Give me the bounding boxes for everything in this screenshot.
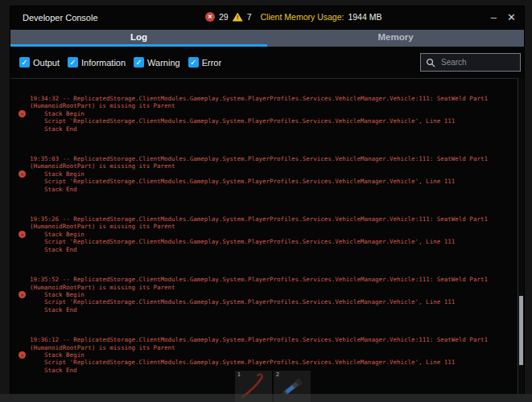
- error-icon: ✕: [19, 170, 26, 178]
- log-stack-script: Script 'ReplicatedStorage.ClientModules.…: [30, 298, 518, 306]
- log-message-line2: (HumanoidRootPart) is missing its Parent: [30, 162, 518, 170]
- log-message-line2: (HumanoidRootPart) is missing its Parent: [30, 223, 518, 230]
- log-stack-script: Script 'ReplicatedStorage.ClientModules.…: [30, 238, 518, 245]
- minimize-button[interactable]: –: [491, 10, 497, 25]
- log-entry-error: ✕ 19:36:12 -- ReplicatedStorage.ClientMo…: [10, 336, 518, 374]
- hotbar-slot-1[interactable]: 1: [235, 371, 272, 402]
- log-stack-end: Stack End: [30, 186, 518, 193]
- window-controls: – ✕: [491, 10, 516, 25]
- log-stack-begin: Stack Begin: [30, 110, 518, 117]
- tab-bar: Log Memory: [10, 30, 524, 47]
- log-message-line1: 19:35:26 -- ReplicatedStorage.ClientModu…: [30, 215, 518, 223]
- log-stack-begin: Stack Begin: [30, 351, 518, 359]
- log-message-line1: 19:36:12 -- ReplicatedStorage.ClientModu…: [30, 336, 518, 343]
- checkbox-checked-icon[interactable]: ✓: [19, 57, 30, 68]
- error-icon: ✕: [19, 110, 26, 117]
- log-entry-error: ✕ 19:35:03 -- ReplicatedStorage.ClientMo…: [10, 155, 518, 193]
- tab-log[interactable]: Log: [10, 30, 267, 47]
- warning-count-icon: !: [233, 13, 243, 22]
- error-count: 29: [219, 12, 229, 22]
- log-message-line1: 19:34:32 -- ReplicatedStorage.ClientModu…: [30, 95, 518, 102]
- log-stack-begin: Stack Begin: [30, 170, 518, 178]
- error-icon: ✕: [19, 291, 26, 298]
- log-stack-script: Script 'ReplicatedStorage.ClientModules.…: [30, 117, 518, 125]
- log-message-line1: 19:35:03 -- ReplicatedStorage.ClientModu…: [30, 155, 518, 162]
- checkbox-checked-icon[interactable]: ✓: [188, 57, 199, 68]
- log-entry-error: ✕ 19:35:52 -- ReplicatedStorage.ClientMo…: [10, 276, 518, 314]
- log-entry-error: ✕ 19:35:26 -- ReplicatedStorage.ClientMo…: [10, 215, 518, 253]
- log-message-line2: (HumanoidRootPart) is missing its Parent: [30, 102, 518, 109]
- error-icon: ✕: [19, 351, 26, 359]
- scrollbar-thumb[interactable]: [519, 296, 523, 365]
- window-title: Developer Console: [23, 13, 98, 23]
- filter-error-label: Error: [202, 58, 221, 68]
- filter-output[interactable]: ✓ Output: [19, 57, 60, 68]
- log-message-line1: 19:35:52 -- ReplicatedStorage.ClientModu…: [30, 276, 518, 283]
- search-input[interactable]: [439, 57, 515, 68]
- filter-information[interactable]: ✓ Information: [68, 57, 126, 68]
- status-summary: ✕ 29 ! 7 Client Memory Usage: 1944 MB: [205, 12, 381, 22]
- hotbar-slot-number: 2: [276, 371, 279, 377]
- log-message-line2: (HumanoidRootPart) is missing its Parent: [30, 344, 518, 351]
- log-stack-end: Stack End: [30, 246, 518, 253]
- log-scrollbar[interactable]: [518, 79, 524, 395]
- log-stack-script: Script 'ReplicatedStorage.ClientModules.…: [30, 178, 518, 185]
- title-bar: Developer Console ✕ 29 ! 7 Client Memory…: [10, 6, 524, 30]
- error-count-icon: ✕: [205, 12, 215, 22]
- checkbox-checked-icon[interactable]: ✓: [68, 57, 78, 68]
- log-stack-end: Stack End: [30, 306, 518, 314]
- filter-information-label: Information: [81, 58, 126, 68]
- error-icon: ✕: [19, 231, 26, 238]
- checkbox-checked-icon[interactable]: ✓: [134, 57, 144, 68]
- search-box[interactable]: [420, 53, 521, 72]
- search-icon: [426, 58, 435, 68]
- memory-usage-label: Client Memory Usage:: [261, 12, 344, 22]
- filter-warning-label: Warning: [147, 58, 180, 68]
- log-stack-begin: Stack Begin: [30, 291, 518, 298]
- log-entry-error: ✕ 19:34:32 -- ReplicatedStorage.ClientMo…: [10, 95, 518, 133]
- close-button[interactable]: ✕: [507, 10, 516, 25]
- warning-count: 7: [247, 12, 252, 22]
- log-stack-script: Script 'ReplicatedStorage.ClientModules.…: [30, 359, 518, 366]
- log-stack-begin: Stack Begin: [30, 231, 518, 238]
- log-message-line2: (HumanoidRootPart) is missing its Parent: [30, 284, 518, 291]
- log-stack-end: Stack End: [30, 125, 518, 133]
- filter-output-label: Output: [33, 58, 60, 68]
- filter-warning[interactable]: ✓ Warning: [134, 57, 180, 68]
- hotbar-slot-2[interactable]: 2: [274, 371, 311, 402]
- tab-memory[interactable]: Memory: [267, 30, 524, 47]
- developer-console-window: Developer Console ✕ 29 ! 7 Client Memory…: [10, 6, 524, 395]
- filter-error[interactable]: ✓ Error: [188, 57, 221, 68]
- log-list: ✕ 19:34:32 -- ReplicatedStorage.ClientMo…: [10, 78, 518, 395]
- filter-bar: ✓ Output ✓ Information ✓ Warning ✓ Error: [10, 47, 524, 78]
- memory-usage-value: 1944 MB: [348, 12, 381, 22]
- hotbar-slot-number: 1: [237, 371, 241, 377]
